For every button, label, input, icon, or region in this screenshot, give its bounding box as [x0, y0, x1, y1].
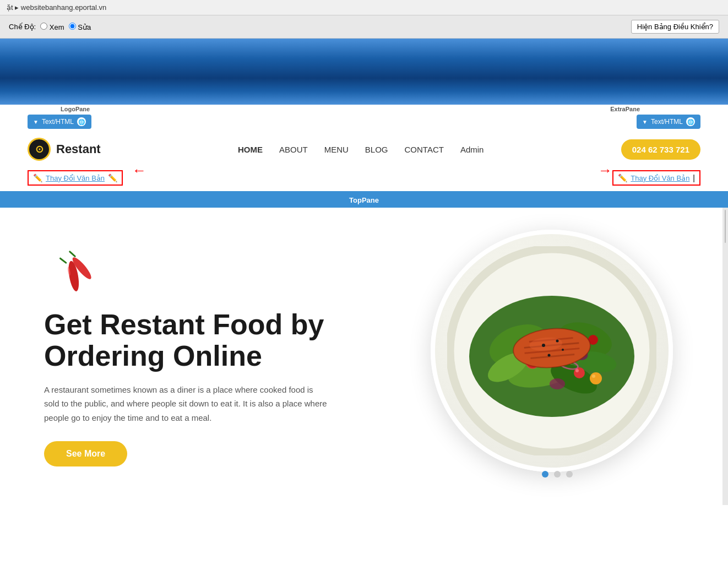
svg-point-16 — [550, 378, 565, 389]
edit-icon-right-2: | — [693, 173, 695, 182]
carousel-dot-1[interactable] — [542, 471, 548, 478]
nav-pane-container: LogoPane ExtraPane ▼ Text/HTML 🌐 ▼ Text/… — [0, 105, 728, 193]
svg-point-24 — [592, 375, 595, 378]
chili-svg — [44, 246, 110, 296]
svg-point-21 — [575, 369, 579, 372]
phone-button[interactable]: 024 62 733 721 — [621, 139, 700, 160]
hien-bang-dieu-khien-button[interactable]: Hiện Bảng Điều Khiển? — [631, 20, 719, 34]
carousel-dot-3[interactable] — [566, 471, 573, 478]
edit-box-left: ✏️ Thay Đổi Văn Bản ✏️ — [28, 170, 123, 186]
edit-icon-left-2: ✏️ — [108, 173, 117, 182]
top-pane-bar: TopPane — [0, 193, 728, 208]
widget-label-right: Text/HTML — [651, 118, 683, 126]
nav-blog[interactable]: BLOG — [365, 145, 388, 154]
hero-left: Get Restant Food by Ordering Online A re… — [44, 246, 330, 467]
mode-label: Chế Độ: — [9, 23, 36, 31]
svg-point-35 — [542, 344, 545, 347]
carousel-dots — [542, 471, 573, 478]
logo-section: ⊙ Restant — [28, 138, 101, 161]
globe-icon-right: 🌐 — [686, 117, 695, 126]
hero-title: Get Restant Food by Ordering Online — [44, 309, 330, 372]
nav-menu[interactable]: MENU — [324, 145, 349, 154]
svg-line-2 — [61, 257, 66, 264]
xem-option[interactable]: Xem — [40, 23, 64, 31]
browser-url: ặt ▸ websitebanhang.eportal.vn — [7, 3, 106, 12]
xem-radio[interactable] — [40, 23, 47, 30]
globe-icon-left: 🌐 — [77, 117, 86, 126]
hero-right — [431, 230, 684, 483]
pencil-icon-left: ✏️ — [33, 173, 42, 182]
text-html-widget-left[interactable]: ▼ Text/HTML 🌐 — [28, 115, 91, 129]
nav-about[interactable]: ABOUT — [279, 145, 308, 154]
edit-box-right: ✏️ Thay Đổi Văn Bản | — [612, 170, 700, 186]
thay-doi-van-ban-left[interactable]: Thay Đổi Văn Bản — [46, 174, 105, 182]
nav-home[interactable]: HOME — [238, 145, 263, 154]
hero-description: A restaurant sometimes known as a diner … — [44, 383, 330, 425]
nav-links: HOME ABOUT MENU BLOG CONTACT Admin — [238, 145, 483, 154]
sua-option[interactable]: Sửa — [69, 23, 91, 31]
scrollbar-thumb — [725, 210, 726, 243]
top-pane-label: TopPane — [349, 196, 379, 204]
widget-dropdown-arrow-right: ▼ — [642, 119, 648, 125]
nav-admin[interactable]: Admin — [460, 145, 484, 154]
hero-section: Get Restant Food by Ordering Online A re… — [0, 208, 728, 505]
logo-icon: ⊙ — [28, 138, 51, 161]
sua-radio[interactable] — [69, 23, 76, 30]
svg-point-23 — [590, 372, 602, 384]
nav-contact[interactable]: CONTACT — [405, 145, 444, 154]
widget-label-left: Text/HTML — [42, 118, 74, 126]
pencil-icon-right: ✏️ — [618, 173, 627, 182]
svg-point-36 — [556, 340, 559, 343]
text-html-widget-right[interactable]: ▼ Text/HTML 🌐 — [637, 115, 700, 129]
arrow-left: ← — [132, 162, 146, 179]
arrow-right: → — [598, 162, 612, 179]
blue-header-stripes — [0, 39, 728, 105]
see-more-button[interactable]: See More — [44, 441, 127, 466]
carousel-dot-2[interactable] — [554, 471, 561, 478]
logo-symbol: ⊙ — [35, 143, 44, 155]
admin-bar: Chế Độ: Xem Sửa Hiện Bảng Điều Khiển? — [0, 15, 728, 39]
svg-line-3 — [70, 251, 75, 257]
svg-point-37 — [562, 349, 564, 351]
mode-section: Chế Độ: Xem Sửa — [9, 23, 91, 31]
chili-decoration — [44, 246, 330, 298]
thay-doi-van-ban-right[interactable]: Thay Đổi Văn Bản — [631, 174, 689, 182]
svg-point-38 — [548, 354, 551, 357]
widget-dropdown-arrow-left: ▼ — [33, 119, 39, 125]
scrollbar[interactable] — [722, 208, 728, 505]
logo-text: Restant — [56, 142, 101, 156]
main-navigation: ⊙ Restant HOME ABOUT MENU BLOG CONTACT A… — [0, 105, 728, 172]
food-plate — [431, 230, 673, 472]
food-visual-svg — [447, 246, 656, 455]
browser-bar: ặt ▸ websitebanhang.eportal.vn — [0, 0, 728, 15]
